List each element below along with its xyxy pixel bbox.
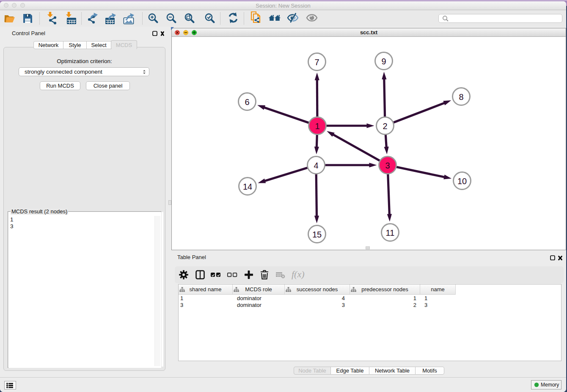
svg-text:7: 7 (314, 58, 319, 67)
svg-text:1: 1 (315, 121, 319, 131)
svg-text:9: 9 (381, 57, 386, 66)
svg-text:4: 4 (314, 161, 318, 170)
svg-text:8: 8 (459, 92, 463, 102)
svg-text:6: 6 (245, 97, 249, 107)
svg-text:10: 10 (457, 177, 467, 186)
svg-text:11: 11 (386, 228, 395, 237)
svg-text:3: 3 (385, 161, 390, 170)
svg-text:2: 2 (383, 121, 387, 131)
svg-text:15: 15 (312, 230, 322, 239)
svg-text:14: 14 (243, 182, 252, 191)
